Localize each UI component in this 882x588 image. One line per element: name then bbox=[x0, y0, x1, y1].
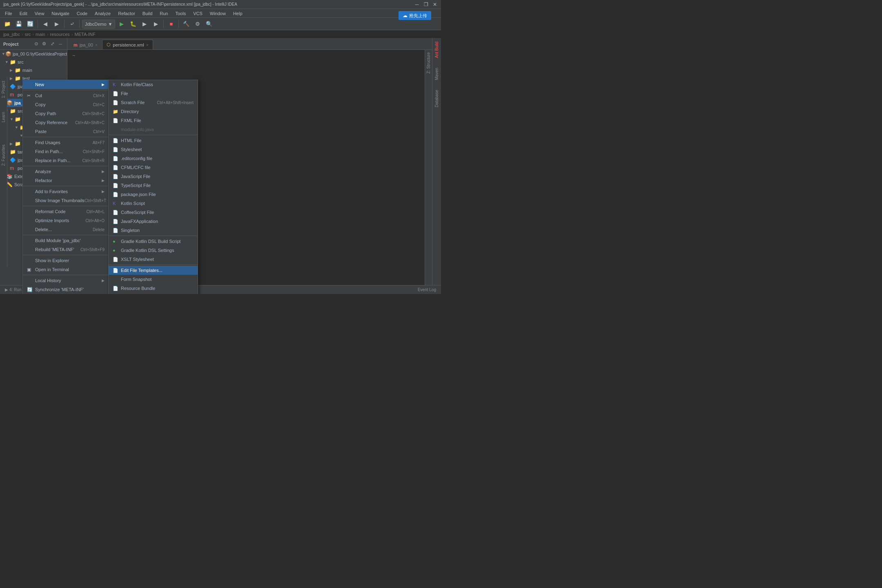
sm-html-label: HTML File bbox=[121, 138, 141, 143]
sm-gradle-dsl-label: Gradle Kotlin DSL Build Script bbox=[121, 239, 180, 244]
cm-copy-ref-label: Copy Reference bbox=[35, 120, 68, 125]
sm-javascript[interactable]: 📄 JavaScript File bbox=[109, 172, 198, 181]
cfml-icon: 📄 bbox=[113, 165, 118, 170]
sm-kotlin-file[interactable]: K Kotlin File/Class bbox=[109, 80, 198, 89]
directory-icon: 📁 bbox=[113, 109, 118, 114]
context-menu-primary: New ▶ ✂ Cut Ctrl+X Copy Ctrl+C Copy Path… bbox=[22, 80, 109, 294]
sm-package-json[interactable]: 📄 package.json File bbox=[109, 190, 198, 199]
cm-local-history-arrow: ▶ bbox=[102, 278, 105, 283]
sm-scratch-file[interactable]: 📄 Scratch File Ctrl+Alt+Shift+Insert bbox=[109, 98, 198, 107]
sm-singleton-label: Singleton bbox=[121, 228, 140, 233]
sm-file[interactable]: 📄 File bbox=[109, 89, 198, 98]
cm-cut-shortcut: Ctrl+X bbox=[93, 94, 105, 98]
sm-html[interactable]: 📄 HTML File bbox=[109, 136, 198, 145]
cm-paste-shortcut: Ctrl+V bbox=[93, 129, 105, 134]
cm-optimize-shortcut: Ctrl+Alt+O bbox=[85, 218, 105, 223]
sm-kotlin-script[interactable]: K Kotlin Script bbox=[109, 199, 198, 208]
sm-directory-label: Directory bbox=[121, 109, 139, 114]
sm-xslt[interactable]: 📄 XSLT Stylesheet bbox=[109, 255, 198, 264]
cm-item-new[interactable]: New ▶ bbox=[23, 80, 109, 89]
sm-stylesheet-label: Stylesheet bbox=[121, 147, 142, 152]
sm-typescript[interactable]: 📄 TypeScript File bbox=[109, 181, 198, 190]
cm-item-open-terminal[interactable]: ▣ Open in Terminal bbox=[23, 265, 109, 274]
sm-scratch-file-label: Scratch File bbox=[121, 100, 145, 105]
terminal-icon: ▣ bbox=[27, 267, 33, 272]
cut-icon: ✂ bbox=[27, 93, 33, 98]
cm-sep2 bbox=[23, 137, 109, 137]
sm-cfml[interactable]: 📄 CFML/CFC file bbox=[109, 163, 198, 172]
cm-item-show-explorer[interactable]: Show in Explorer bbox=[23, 256, 109, 265]
sm-scratch-shortcut: Ctrl+Alt+Shift+Insert bbox=[157, 100, 194, 105]
context-menu-overlay: New ▶ ✂ Cut Ctrl+X Copy Ctrl+C Copy Path… bbox=[0, 0, 441, 294]
submenu-new: K Kotlin File/Class 📄 File 📄 Scratch Fil… bbox=[108, 80, 198, 294]
cm-find-in-path-label: Find in Path... bbox=[35, 149, 63, 154]
sm-fxml-label: FXML File bbox=[121, 118, 141, 123]
cm-item-build-module[interactable]: Build Module 'jpa_jdbc' bbox=[23, 236, 109, 245]
sm-coffeescript[interactable]: 📄 CoffeeScript File bbox=[109, 208, 198, 217]
cm-item-replace-in-path[interactable]: Replace in Path... Ctrl+Shift+R bbox=[23, 156, 109, 165]
sm-module-info: module-info.java bbox=[109, 125, 198, 134]
cm-item-rebuild[interactable]: Rebuild 'META-INF' Ctrl+Shift+F9 bbox=[23, 245, 109, 254]
sm-editorconfig[interactable]: 📄 .editorconfig file bbox=[109, 154, 198, 163]
cm-replace-shortcut: Ctrl+Shift+R bbox=[82, 158, 105, 163]
sm-resource-bundle[interactable]: 📄 Resource Bundle bbox=[109, 284, 198, 293]
cm-sep1 bbox=[23, 90, 109, 90]
cm-sep5 bbox=[23, 206, 109, 206]
cm-item-optimize[interactable]: Optimize Imports Ctrl+Alt+O bbox=[23, 216, 109, 225]
cm-item-copy-reference[interactable]: Copy Reference Ctrl+Alt+Shift+C bbox=[23, 118, 109, 127]
cm-open-terminal-label: Open in Terminal bbox=[35, 267, 69, 272]
cm-item-cut[interactable]: ✂ Cut Ctrl+X bbox=[23, 91, 109, 100]
cm-find-path-shortcut: Ctrl+Shift+F bbox=[83, 149, 105, 154]
sm-directory[interactable]: 📁 Directory bbox=[109, 107, 198, 116]
cm-find-usages-shortcut: Alt+F7 bbox=[93, 140, 105, 145]
cm-item-find-usages[interactable]: Find Usages Alt+F7 bbox=[23, 138, 109, 147]
cm-item-reformat[interactable]: Reformat Code Ctrl+Alt+L bbox=[23, 207, 109, 216]
cm-item-copy-path[interactable]: Copy Path Ctrl+Shift+C bbox=[23, 109, 109, 118]
cm-sep7 bbox=[23, 255, 109, 255]
sm-fxml[interactable]: 📄 FXML File bbox=[109, 116, 198, 125]
cm-find-usages-label: Find Usages bbox=[35, 140, 60, 145]
sm-stylesheet[interactable]: 📄 Stylesheet bbox=[109, 145, 198, 154]
kotlin-file-icon: K bbox=[113, 82, 118, 87]
edit-templates-icon: 📄 bbox=[113, 268, 118, 273]
cm-synchronize-label: Synchronize 'META-INF' bbox=[35, 287, 84, 292]
sm-form-snapshot[interactable]: Form Snapshot bbox=[109, 275, 198, 284]
cm-optimize-label: Optimize Imports bbox=[35, 218, 69, 223]
sm-edit-templates[interactable]: 📄 Edit File Templates... bbox=[109, 266, 198, 275]
sm-gradle-settings-label: Gradle Kotlin DSL Settings bbox=[121, 248, 174, 253]
cm-copy-ref-shortcut: Ctrl+Alt+Shift+C bbox=[75, 120, 105, 125]
kotlin-script-icon: K bbox=[113, 201, 118, 206]
cm-item-paste[interactable]: Paste Ctrl+V bbox=[23, 127, 109, 136]
scratch-file-icon: 📄 bbox=[113, 100, 118, 105]
cm-item-local-history[interactable]: Local History ▶ bbox=[23, 276, 109, 285]
sm-form-snapshot-label: Form Snapshot bbox=[121, 277, 151, 282]
cm-thumbnails-label: Show Image Thumbnails bbox=[35, 198, 85, 203]
cm-reformat-shortcut: Ctrl+Alt+L bbox=[87, 209, 105, 214]
cm-cut-label: Cut bbox=[35, 93, 42, 98]
gradle-settings-icon: ● bbox=[113, 248, 118, 253]
html-icon: 📄 bbox=[113, 138, 118, 143]
cm-item-analyze[interactable]: Analyze ▶ bbox=[23, 167, 109, 176]
synchronize-icon: 🔄 bbox=[27, 287, 33, 292]
sm-sep1 bbox=[109, 135, 198, 135]
sm-gradle-kotlin-settings[interactable]: ● Gradle Kotlin DSL Settings bbox=[109, 246, 198, 255]
cm-item-delete[interactable]: Delete... Delete bbox=[23, 225, 109, 234]
cm-item-synchronize[interactable]: 🔄 Synchronize 'META-INF' bbox=[23, 285, 109, 294]
sm-javafx-label: JavaFXApplication bbox=[121, 219, 158, 224]
sm-xml-config[interactable]: 📄 XML Configuration File ▶ bbox=[109, 293, 198, 294]
sm-singleton[interactable]: 📄 Singleton bbox=[109, 226, 198, 235]
cm-build-module-label: Build Module 'jpa_jdbc' bbox=[35, 238, 81, 243]
resource-bundle-icon: 📄 bbox=[113, 286, 118, 291]
cm-item-show-thumbnails[interactable]: Show Image Thumbnails Ctrl+Shift+T bbox=[23, 196, 109, 205]
cm-delete-shortcut: Delete bbox=[93, 227, 105, 232]
fxml-icon: 📄 bbox=[113, 118, 118, 123]
sm-javafx[interactable]: 📄 JavaFXApplication bbox=[109, 217, 198, 226]
cm-item-copy[interactable]: Copy Ctrl+C bbox=[23, 100, 109, 109]
cm-analyze-label: Analyze bbox=[35, 169, 51, 174]
sm-module-info-label: module-info.java bbox=[121, 127, 154, 132]
cm-item-refactor[interactable]: Refactor ▶ bbox=[23, 176, 109, 185]
cm-item-find-in-path[interactable]: Find in Path... Ctrl+Shift+F bbox=[23, 147, 109, 156]
cm-sep6 bbox=[23, 235, 109, 235]
sm-gradle-kotlin-dsl[interactable]: ● Gradle Kotlin DSL Build Script bbox=[109, 237, 198, 246]
cm-item-add-favorites[interactable]: Add to Favorites ▶ bbox=[23, 187, 109, 196]
